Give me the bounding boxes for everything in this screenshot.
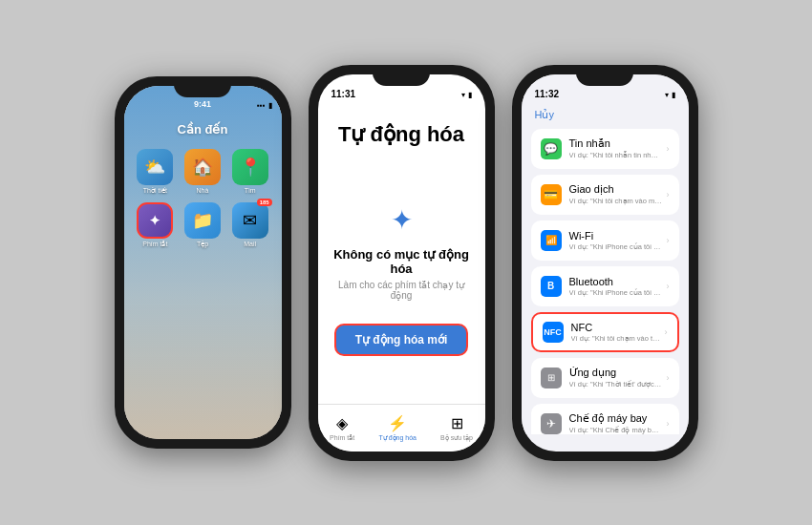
list-item-giao-dich[interactable]: 💳 Giao dịch Ví dụ: "Khi tôi chạm vào một… xyxy=(531,175,679,215)
p1-title: Cần đến xyxy=(178,122,228,136)
find-label: Tìm xyxy=(245,187,256,194)
home-label: Nhà xyxy=(197,187,209,194)
list-item-bluetooth[interactable]: B Bluetooth Ví dụ: "Khi iPhone của tôi k… xyxy=(531,266,679,306)
giao-dich-subtitle: Ví dụ: "Khi tôi chạm vào một thẻ hoặc về… xyxy=(569,197,663,205)
bluetooth-title: Bluetooth xyxy=(569,276,663,287)
mail-icon: ✉ 185 xyxy=(232,202,268,239)
p3-list: 💬 Tin nhắn Ví dụ: "Khi tôi nhắn tin nhắn… xyxy=(522,129,689,434)
bluetooth-icon: B xyxy=(541,276,562,297)
tab-automation[interactable]: ⚡ Tự động hóa xyxy=(378,414,417,442)
new-automation-button[interactable]: Tự động hóa mới xyxy=(334,324,469,356)
shortcuts-tab-icon: ◈ xyxy=(336,414,348,432)
weather-icon: ⛅ xyxy=(137,149,173,185)
app-mail[interactable]: ✉ 185 Mail xyxy=(230,202,270,248)
nfc-content: NFC Ví dụ: "Khi tôi chạm vào thẻ NFC" xyxy=(571,322,661,343)
wifi-title: Wi-Fi xyxy=(569,230,663,242)
battery-icon-3: ▮ xyxy=(672,91,675,99)
shortcuts-tab-label: Phím tắt xyxy=(330,434,354,442)
cancel-button[interactable]: Hủy xyxy=(535,109,554,121)
ung-dung-content: Ứng dụng Ví dụ: "Khi 'Thời tiết' được mở… xyxy=(569,367,663,388)
screen-3: 11:32 ▾ ▮ Hủy 💬 Tin nhắn Ví dụ: "Khi tôi… xyxy=(522,74,689,452)
ung-dung-icon: ⊞ xyxy=(541,368,562,388)
mail-badge: 185 xyxy=(257,199,272,206)
bluetooth-content: Bluetooth Ví dụ: "Khi iPhone của tôi kết… xyxy=(569,276,663,297)
p2-empty-subtitle: Làm cho các phím tắt chạy tự động xyxy=(333,280,470,301)
phone1-content: 9:41 ▪▪▪ ▮ Cần đến ⛅ Thời tiết 🏠 Nhà xyxy=(124,86,282,439)
notch-3 xyxy=(576,65,633,86)
notch-2 xyxy=(373,65,430,86)
home-icon: 🏠 xyxy=(184,149,221,185)
notch-1 xyxy=(174,76,231,97)
bluetooth-subtitle: Ví dụ: "Khi iPhone của tôi kết nối với A… xyxy=(569,288,663,297)
giao-dich-icon: 💳 xyxy=(541,184,562,205)
wifi-icon-3: ▾ xyxy=(665,91,669,99)
app-grid: ⛅ Thời tiết 🏠 Nhà 📍 Tìm ✦ Phím tắt 📁 xyxy=(124,143,282,254)
time-3: 11:32 xyxy=(535,89,560,99)
wifi-status-icon-2: ▾ xyxy=(461,91,465,99)
p3-header: Hủy xyxy=(522,103,689,129)
giao-dich-title: Giao dịch xyxy=(569,183,663,196)
automation-tab-label: Tự động hóa xyxy=(378,434,417,442)
phone-3: 11:32 ▾ ▮ Hủy 💬 Tin nhắn Ví dụ: "Khi tôi… xyxy=(512,65,698,461)
p1-title-bar: Cần đến xyxy=(124,113,282,143)
app-files[interactable]: 📁 Tệp xyxy=(182,202,223,248)
find-icon: 📍 xyxy=(232,149,268,185)
list-item-nfc[interactable]: NFC NFC Ví dụ: "Khi tôi chạm vào thẻ NFC… xyxy=(531,312,679,352)
status-icons-1: ▪▪▪ ▮ xyxy=(257,101,272,110)
automation-tab-icon: ⚡ xyxy=(388,414,407,432)
battery-icon-1: ▮ xyxy=(268,101,272,110)
p2-tabbar: ◈ Phím tắt ⚡ Tự động hóa ⊞ Bộ sưu tập xyxy=(318,404,485,452)
app-find[interactable]: 📍 Tìm xyxy=(230,149,270,195)
time-1: 9:41 xyxy=(194,99,211,109)
tin-nhan-chevron: › xyxy=(667,144,670,154)
wifi-chevron: › xyxy=(667,236,670,245)
nfc-subtitle: Ví dụ: "Khi tôi chạm vào thẻ NFC" xyxy=(571,334,661,343)
list-item-ung-dung[interactable]: ⊞ Ứng dụng Ví dụ: "Khi 'Thời tiết' được … xyxy=(531,358,679,398)
phone-2: 11:31 ▾ ▮ Tự động hóa ✦ Không có mục tự … xyxy=(309,65,495,461)
mail-label: Mail xyxy=(244,241,256,247)
signal-icon-1: ▪▪▪ xyxy=(257,101,266,110)
may-bay-chevron: › xyxy=(667,419,670,429)
phone-1: 9:41 ▪▪▪ ▮ Cần đến ⛅ Thời tiết 🏠 Nhà xyxy=(115,76,291,449)
tab-gallery[interactable]: ⊞ Bộ sưu tập xyxy=(440,414,473,442)
files-icon: 📁 xyxy=(184,202,221,239)
nfc-chevron: › xyxy=(665,327,668,337)
app-home[interactable]: 🏠 Nhà xyxy=(182,149,223,195)
screen-1: 9:41 ▪▪▪ ▮ Cần đến ⛅ Thời tiết 🏠 Nhà xyxy=(124,86,282,439)
sparkle-icon: ✦ xyxy=(391,204,413,236)
p2-title: Tự động hóa xyxy=(338,122,464,147)
list-item-tin-nhan[interactable]: 💬 Tin nhắn Ví dụ: "Khi tôi nhắn tin nhắn… xyxy=(531,129,679,169)
weather-label: Thời tiết xyxy=(143,187,167,195)
wifi-list-icon: 📶 xyxy=(541,230,562,251)
wifi-subtitle: Ví dụ: "Khi iPhone của tôi kết nối vào W… xyxy=(569,242,663,251)
time-2: 11:31 xyxy=(331,89,356,99)
may-bay-title: Chế độ máy bay xyxy=(569,412,663,425)
shortcuts-label: Phím tắt xyxy=(142,241,167,248)
nfc-title: NFC xyxy=(571,322,661,333)
wifi-content: Wi-Fi Ví dụ: "Khi iPhone của tôi kết nối… xyxy=(569,230,663,251)
tab-shortcuts[interactable]: ◈ Phím tắt xyxy=(330,414,354,442)
tin-nhan-title: Tin nhắn xyxy=(569,137,663,150)
status-icons-2: ▾ ▮ xyxy=(461,91,472,99)
ung-dung-subtitle: Ví dụ: "Khi 'Thời tiết' được mở hoặc đón… xyxy=(569,380,663,388)
app-weather[interactable]: ⛅ Thời tiết xyxy=(136,149,176,195)
battery-icon-2: ▮ xyxy=(468,91,472,99)
giao-dich-chevron: › xyxy=(667,190,670,200)
nfc-icon: NFC xyxy=(543,322,564,343)
gallery-tab-label: Bộ sưu tập xyxy=(440,434,473,442)
tin-nhan-icon: 💬 xyxy=(541,138,562,159)
gallery-tab-icon: ⊞ xyxy=(451,414,463,432)
ung-dung-chevron: › xyxy=(667,373,670,383)
list-item-che-do-may-bay[interactable]: ✈ Chế độ máy bay Ví dụ: "Khi Chế độ máy … xyxy=(531,404,679,434)
may-bay-content: Chế độ máy bay Ví dụ: "Khi Chế độ máy ba… xyxy=(569,412,663,434)
app-shortcuts[interactable]: ✦ Phím tắt xyxy=(136,202,176,248)
p2-main-content: Tự động hóa ✦ Không có mục tự động hóa L… xyxy=(318,103,485,404)
screen-2: 11:31 ▾ ▮ Tự động hóa ✦ Không có mục tự … xyxy=(318,74,485,452)
p2-empty-title: Không có mục tự động hóa xyxy=(333,247,470,276)
may-bay-subtitle: Ví dụ: "Khi Chế độ máy bay được bật" xyxy=(569,426,663,434)
ung-dung-title: Ứng dụng xyxy=(569,367,663,379)
files-label: Tệp xyxy=(197,241,208,248)
status-icons-3: ▾ ▮ xyxy=(665,91,675,99)
list-item-wifi[interactable]: 📶 Wi-Fi Ví dụ: "Khi iPhone của tôi kết n… xyxy=(531,220,679,261)
shortcuts-icon: ✦ xyxy=(137,202,173,239)
